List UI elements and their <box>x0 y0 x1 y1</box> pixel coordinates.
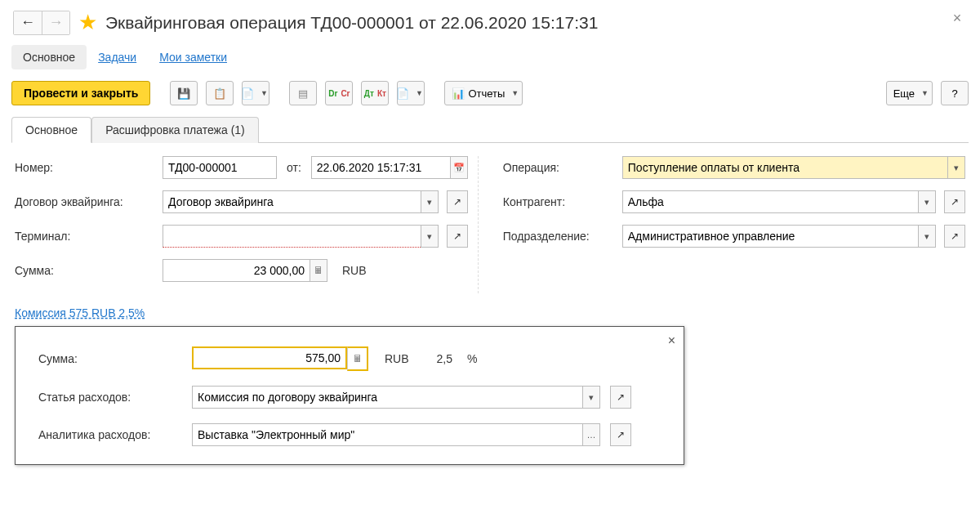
chart-icon: 📊 <box>452 87 465 100</box>
structure-button[interactable]: ▤ <box>289 81 317 105</box>
sheet-icon: 📄 <box>396 87 409 100</box>
percent-symbol: % <box>467 352 477 365</box>
open-ref-button[interactable]: ↗ <box>447 225 468 248</box>
open-icon: ↗ <box>453 196 461 208</box>
chevron-down-icon: ▼ <box>511 89 519 97</box>
label-operation: Операция: <box>503 161 617 174</box>
label-analytics: Аналитика расходов: <box>38 428 185 441</box>
dropdown-button[interactable]: ▾ <box>421 225 439 248</box>
tab-payment-detail[interactable]: Расшифровка платежа (1) <box>91 117 259 143</box>
cr-icon: Cr <box>341 89 350 98</box>
calendar-button[interactable]: 📅 <box>450 156 468 179</box>
calculator-icon: 🖩 <box>314 265 323 276</box>
back-button[interactable]: ← <box>14 11 42 34</box>
calculator-button[interactable]: 🖩 <box>310 259 327 282</box>
dropdown-button[interactable]: ▾ <box>918 190 936 213</box>
chevron-down-icon: ▾ <box>427 231 432 242</box>
forward-button[interactable]: → <box>42 11 69 34</box>
diskette-icon: 💾 <box>177 87 190 100</box>
commission-sum-input[interactable] <box>192 346 347 369</box>
help-button[interactable]: ? <box>941 81 969 105</box>
close-button[interactable]: × <box>947 10 967 29</box>
label-sum: Сумма: <box>15 264 158 277</box>
nav-tabs: Основное Задачи Мои заметки <box>7 38 973 76</box>
more-button[interactable]: Еще▼ <box>886 81 933 105</box>
reports-button[interactable]: 📊Отчеты▼ <box>444 81 523 105</box>
label-number: Номер: <box>15 161 158 174</box>
dropdown-button[interactable]: ▾ <box>918 225 936 248</box>
chevron-down-icon: ▼ <box>261 89 268 97</box>
save-button[interactable]: 💾 <box>170 81 198 105</box>
open-icon: ↗ <box>453 230 461 242</box>
chevron-down-icon: ▾ <box>924 197 929 208</box>
label-acquiring-contract: Договор эквайринга: <box>15 195 158 208</box>
navtab-main[interactable]: Основное <box>11 45 87 69</box>
post-button[interactable]: 📋 <box>206 81 234 105</box>
counterparty-input[interactable] <box>622 190 918 213</box>
sum-input[interactable] <box>163 259 310 282</box>
sheet-menu-button[interactable]: 📄▼ <box>397 81 425 105</box>
scroll-post-icon: 📋 <box>213 87 226 100</box>
currency-label: RUB <box>342 264 367 277</box>
chevron-down-icon: ▾ <box>954 163 959 173</box>
label-from: от: <box>287 161 301 174</box>
navtab-tasks[interactable]: Задачи <box>87 45 148 69</box>
label-counterparty: Контрагент: <box>503 195 617 208</box>
dropdown-button[interactable]: ▾ <box>947 156 965 179</box>
commission-panel: × Сумма: 🖩 RUB 2,5 % Статья расходов: ▾ … <box>15 326 684 465</box>
navtab-notes[interactable]: Мои заметки <box>148 45 238 69</box>
kt-icon: Кт <box>377 89 386 98</box>
chevron-down-icon: ▼ <box>416 89 423 97</box>
expense-item-input[interactable] <box>192 386 582 409</box>
close-panel-button[interactable]: × <box>668 333 675 348</box>
department-input[interactable] <box>622 225 918 248</box>
dropdown-button[interactable]: ▾ <box>582 386 600 409</box>
chevron-down-icon: ▾ <box>589 392 594 403</box>
open-icon: ↗ <box>951 196 959 208</box>
calculator-button[interactable]: 🖩 <box>347 346 368 371</box>
open-ref-button[interactable]: ↗ <box>447 190 468 213</box>
calendar-icon: 📅 <box>453 163 465 173</box>
dropdown-button[interactable]: ▾ <box>421 190 439 213</box>
page-title: Эквайринговая операция ТД00-000001 от 22… <box>105 13 598 33</box>
doc-plus-icon: 📄 <box>241 87 254 100</box>
drcr-ru-button[interactable]: ДтКт <box>361 81 389 105</box>
label-terminal: Терминал: <box>15 230 158 243</box>
operation-input[interactable] <box>622 156 947 179</box>
label-expense-item: Статья расходов: <box>38 391 185 404</box>
chevron-down-icon: ▼ <box>921 89 929 97</box>
form-area: Номер: от: 📅 Договор эквайринга: ▾ ↗ Тер… <box>7 143 973 465</box>
label-department: Подразделение: <box>503 230 617 243</box>
dt-icon: Дт <box>364 89 374 98</box>
percent-value: 2,5 <box>437 352 452 365</box>
chevron-down-icon: ▾ <box>427 197 432 208</box>
post-and-close-button[interactable]: Провести и закрыть <box>11 81 150 105</box>
date-input[interactable] <box>311 156 450 179</box>
terminal-input[interactable] <box>163 225 421 248</box>
create-based-on-button[interactable]: 📄▼ <box>242 81 270 105</box>
acquiring-contract-input[interactable] <box>163 190 421 213</box>
number-input[interactable] <box>163 156 277 179</box>
open-ref-button[interactable]: ↗ <box>610 423 631 446</box>
more-label: Еще <box>893 87 915 100</box>
reports-label: Отчеты <box>468 87 505 100</box>
label-commission-sum: Сумма: <box>38 352 185 365</box>
open-ref-button[interactable]: ↗ <box>944 225 965 248</box>
currency-label: RUB <box>385 352 409 365</box>
content-tabs: Основное Расшифровка платежа (1) <box>11 117 969 143</box>
open-ref-button[interactable]: ↗ <box>610 386 631 409</box>
ellipsis-icon: … <box>587 430 596 440</box>
commission-link[interactable]: Комиссия 575 RUB 2,5% <box>15 306 145 320</box>
analytics-input[interactable] <box>192 423 582 446</box>
open-icon: ↗ <box>951 230 959 242</box>
favorite-star-icon[interactable]: ★ <box>78 10 97 35</box>
nav-history: ← → <box>13 11 70 35</box>
chevron-down-icon: ▾ <box>924 231 929 242</box>
dr-icon: Dr <box>328 89 337 98</box>
open-ref-button[interactable]: ↗ <box>944 190 965 213</box>
open-icon: ↗ <box>617 429 625 440</box>
drcr-en-button[interactable]: DrCr <box>325 81 353 105</box>
db-icon: ▤ <box>298 87 308 100</box>
ellipsis-button[interactable]: … <box>582 423 600 446</box>
tab-main[interactable]: Основное <box>11 117 91 143</box>
